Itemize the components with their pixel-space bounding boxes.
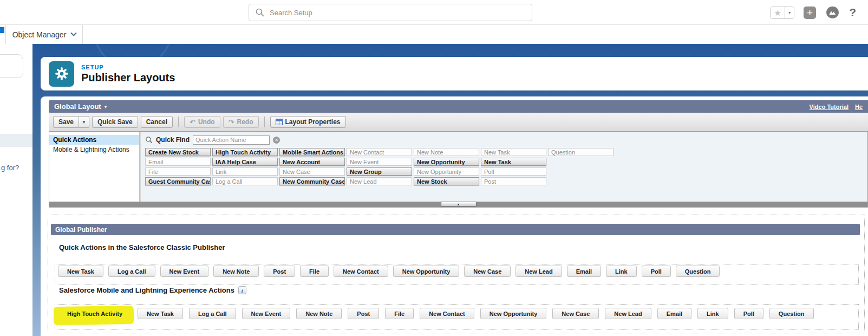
classic-action-new-event[interactable]: New Event [160, 266, 209, 277]
cancel-button[interactable]: Cancel [141, 116, 173, 128]
mobile-action-new-lead[interactable]: New Lead [605, 308, 651, 319]
mobile-action-post[interactable]: Post [348, 308, 379, 319]
global-header: ★ ▾ + ? [0, 0, 868, 25]
classic-action-new-task[interactable]: New Task [58, 266, 103, 277]
classic-action-new-note[interactable]: New Note [213, 266, 259, 277]
mobile-action-new-event[interactable]: New Event [242, 308, 291, 319]
video-tutorial-link[interactable]: Video Tutorial [810, 104, 849, 110]
classic-publisher-heading: Quick Actions in the Salesforce Classic … [59, 243, 225, 251]
search-icon [256, 8, 264, 17]
mobile-action-question[interactable]: Question [769, 308, 814, 319]
palette-item-new-account[interactable]: New Account [279, 158, 345, 166]
palette-item-question: Question [548, 148, 614, 156]
mobile-action-file[interactable]: File [385, 308, 414, 319]
favorites-star-button[interactable]: ★ [771, 7, 785, 18]
classic-action-email[interactable]: Email [567, 266, 601, 277]
info-icon[interactable]: i [238, 286, 246, 294]
palette-item-high-touch-activity[interactable]: High Touch Activity [212, 148, 278, 156]
editor-toolbar: Save ▼ Quick Save Cancel ↶ Undo ↷ Redo L… [49, 113, 868, 132]
classic-action-file[interactable]: File [300, 266, 329, 277]
quick-save-button[interactable]: Quick Save [92, 116, 138, 128]
layout-dropdown-icon[interactable]: ▾ [105, 104, 107, 109]
palette-item-log-a-call: Log a Call [212, 177, 278, 185]
classic-action-new-contact[interactable]: New Contact [334, 266, 388, 277]
classic-action-log-a-call[interactable]: Log a Call [108, 266, 155, 277]
palette-item-iaa-help-case[interactable]: IAA Help Case [212, 158, 278, 166]
save-button[interactable]: Save [53, 116, 79, 128]
toolbar-separator [264, 117, 265, 127]
redo-button[interactable]: ↷ Redo [223, 116, 259, 128]
palette-item-new-community-case[interactable]: New Community Case [279, 177, 345, 185]
classic-action-post[interactable]: Post [264, 266, 295, 277]
header-utilities: ★ ▾ + ? [770, 5, 856, 20]
palette-item-new-contact: New Contact [347, 148, 412, 156]
palette-category-quick-actions[interactable]: Quick Actions [49, 135, 139, 145]
chevron-down-icon: ▾ [788, 10, 791, 15]
favorites-dropdown-button[interactable]: ▾ [785, 7, 794, 18]
palette-item-link: Link [212, 167, 278, 176]
undo-button[interactable]: ↶ Undo [184, 116, 220, 128]
undo-label: Undo [198, 118, 215, 126]
setup-gear-icon [49, 61, 74, 87]
palette-item-mobile-smart-actions[interactable]: Mobile Smart Actions [279, 148, 345, 156]
star-icon: ★ [774, 9, 781, 17]
undo-icon: ↶ [190, 118, 195, 126]
tab-object-manager[interactable]: Object Manager [5, 25, 83, 44]
nav-footer-link-partial[interactable]: g for? [1, 164, 19, 172]
palette-item-new-group[interactable]: New Group [347, 167, 412, 176]
save-dropdown-button[interactable]: ▼ [79, 116, 89, 128]
palette-item-new-stock[interactable]: New Stock [414, 177, 479, 185]
nav-selected-item-partial[interactable] [0, 134, 32, 147]
quick-find-icon [145, 136, 153, 144]
layout-properties-button[interactable]: Layout Properties [270, 116, 346, 128]
classic-action-new-lead[interactable]: New Lead [515, 266, 562, 277]
palette-resize-bar: ▲ [49, 202, 867, 207]
classic-action-new-case[interactable]: New Case [464, 266, 511, 277]
collapse-up-icon: ▲ [457, 203, 460, 206]
quick-create-button[interactable]: + [804, 7, 816, 19]
mobile-action-link[interactable]: Link [697, 308, 728, 319]
palette-collapse-handle[interactable]: ▲ [441, 202, 477, 206]
mobile-lightning-heading: Salesforce Mobile and Lightning Experien… [59, 286, 246, 294]
trailhead-icon[interactable] [825, 6, 840, 19]
help-icon[interactable]: ? [849, 6, 856, 19]
mobile-action-new-note[interactable]: New Note [296, 308, 342, 319]
classic-action-poll[interactable]: Poll [642, 266, 671, 277]
mobile-action-poll[interactable]: Poll [734, 308, 763, 319]
layout-properties-icon [276, 119, 283, 125]
palette-item-create-new-stock[interactable]: Create New Stock [145, 148, 211, 156]
mobile-action-new-case[interactable]: New Case [552, 308, 599, 319]
mobile-action-log-a-call[interactable]: Log a Call [189, 308, 236, 319]
quick-find-label: Quick Find [156, 136, 190, 144]
palette-category-mobile-lightning-actions[interactable]: Mobile & Lightning Actions [49, 145, 139, 154]
classic-action-new-opportunity[interactable]: New Opportunity [393, 266, 460, 277]
palette-item-new-event: New Event [347, 158, 412, 166]
nav-search-box-partial[interactable] [0, 54, 23, 78]
palette-item-new-opportunity: New Opportunity [414, 167, 479, 176]
mobile-action-new-task[interactable]: New Task [138, 308, 183, 319]
palette-item-poll: Poll [481, 167, 546, 176]
mobile-action-high-touch-activity[interactable]: High Touch Activity [58, 308, 132, 319]
palette-item-new-opportunity[interactable]: New Opportunity [414, 158, 479, 166]
page-title: Publisher Layouts [81, 72, 175, 84]
favorites-group: ★ ▾ [770, 7, 794, 19]
mobile-lightning-heading-text: Salesforce Mobile and Lightning Experien… [59, 286, 234, 294]
mobile-action-new-opportunity[interactable]: New Opportunity [480, 308, 547, 319]
palette-item-new-task[interactable]: New Task [481, 158, 546, 166]
palette-item-guest-community-case[interactable]: Guest Community Case [145, 177, 211, 185]
help-link-truncated[interactable]: He [855, 104, 863, 110]
setup-search-input[interactable] [270, 9, 525, 17]
setup-eyebrow: SETUP [81, 64, 175, 70]
setup-search-box[interactable] [249, 4, 532, 21]
menu-down-icon: ▼ [82, 120, 86, 125]
clear-search-icon[interactable]: ✕ [273, 137, 280, 144]
palette-grid: Create New StockEmailFileGuest Community… [145, 148, 867, 185]
classic-publisher-heading-text: Quick Actions in the Salesforce Classic … [59, 243, 225, 251]
quick-find-input[interactable] [193, 135, 270, 145]
mobile-action-email[interactable]: Email [657, 308, 691, 319]
classic-action-question[interactable]: Question [676, 266, 720, 277]
home-tab-indicator-fragment [0, 27, 4, 33]
layout-name[interactable]: Global Layout [54, 102, 101, 111]
mobile-action-new-contact[interactable]: New Contact [420, 308, 474, 319]
classic-action-link[interactable]: Link [606, 266, 637, 277]
